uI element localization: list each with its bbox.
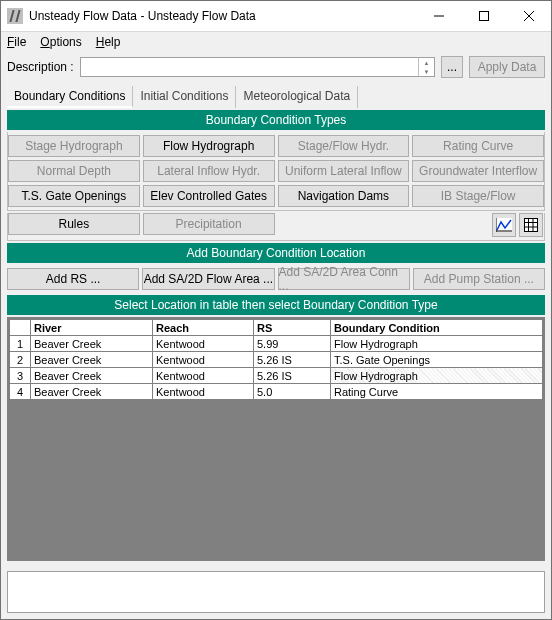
table-row[interactable]: 1Beaver CreekKentwood5.99Flow Hydrograph <box>10 336 543 352</box>
bc-type-button[interactable]: T.S. Gate Openings <box>8 185 140 207</box>
col-bc[interactable]: Boundary Condition <box>331 320 543 336</box>
location-table-wrap: River Reach RS Boundary Condition 1Beave… <box>7 317 545 561</box>
menubar: File Options Help <box>1 32 551 52</box>
bc-types-header: Boundary Condition Types <box>7 110 545 130</box>
menu-file[interactable]: File <box>7 35 26 49</box>
cell-reach[interactable]: Kentwood <box>153 384 254 400</box>
tab-content: Boundary Condition Types Stage Hydrograp… <box>1 108 551 567</box>
row-index: 3 <box>10 368 31 384</box>
cell-river[interactable]: Beaver Creek <box>31 336 153 352</box>
tab-meteorological-data[interactable]: Meteorological Data <box>236 86 358 108</box>
location-table[interactable]: River Reach RS Boundary Condition 1Beave… <box>9 319 543 400</box>
description-label: Description : <box>7 60 74 74</box>
col-index <box>10 320 31 336</box>
table-section-header: Select Location in table then select Bou… <box>7 295 545 315</box>
bc-type-button[interactable]: Normal Depth <box>8 160 140 182</box>
bc-type-button[interactable]: Navigation Dams <box>278 185 410 207</box>
bc-type-button[interactable]: Stage Hydrograph <box>8 135 140 157</box>
close-button[interactable] <box>506 2 551 31</box>
row-index: 4 <box>10 384 31 400</box>
add-sa2d-conn-button[interactable]: Add SA/2D Area Conn ... <box>278 268 410 290</box>
add-pump-button[interactable]: Add Pump Station ... <box>413 268 545 290</box>
cell-rs[interactable]: 5.26 IS <box>254 368 331 384</box>
cell-bc[interactable]: Flow Hydrograph <box>331 336 543 352</box>
main-window: Unsteady Flow Data - Unsteady Flow Data … <box>0 0 552 620</box>
bc-type-button[interactable]: Stage/Flow Hydr. <box>278 135 410 157</box>
cell-rs[interactable]: 5.26 IS <box>254 352 331 368</box>
bc-types-grid: Stage HydrographFlow HydrographStage/Flo… <box>7 132 545 211</box>
tabstrip: Boundary Conditions Initial Conditions M… <box>1 82 551 108</box>
add-bc-header: Add Boundary Condition Location <box>7 243 545 263</box>
svg-rect-1 <box>479 12 488 21</box>
svg-rect-4 <box>496 218 512 232</box>
bc-type-button[interactable]: Flow Hydrograph <box>143 135 275 157</box>
table-row[interactable]: 3Beaver CreekKentwood5.26 ISFlow Hydrogr… <box>10 368 543 384</box>
menu-help[interactable]: Help <box>96 35 121 49</box>
add-bc-row: Add RS ... Add SA/2D Flow Area ... Add S… <box>7 265 545 293</box>
cell-rs[interactable]: 5.99 <box>254 336 331 352</box>
table-icon-button[interactable] <box>519 213 543 237</box>
bc-type-button[interactable]: Lateral Inflow Hydr. <box>143 160 275 182</box>
bc-type-button[interactable]: Groundwater Interflow <box>412 160 544 182</box>
cell-reach[interactable]: Kentwood <box>153 352 254 368</box>
table-row[interactable]: 4Beaver CreekKentwood5.0Rating Curve <box>10 384 543 400</box>
bc-last-row: Rules Precipitation <box>7 213 545 241</box>
col-rs[interactable]: RS <box>254 320 331 336</box>
cell-rs[interactable]: 5.0 <box>254 384 331 400</box>
bc-type-button[interactable]: IB Stage/Flow <box>412 185 544 207</box>
description-input[interactable]: ▲▼ <box>80 57 435 77</box>
cell-reach[interactable]: Kentwood <box>153 368 254 384</box>
cell-river[interactable]: Beaver Creek <box>31 352 153 368</box>
table-row[interactable]: 2Beaver CreekKentwood5.26 IST.S. Gate Op… <box>10 352 543 368</box>
cell-bc[interactable]: Rating Curve <box>331 384 543 400</box>
app-icon <box>7 8 23 24</box>
window-title: Unsteady Flow Data - Unsteady Flow Data <box>29 9 416 23</box>
row-index: 2 <box>10 352 31 368</box>
precipitation-button[interactable]: Precipitation <box>143 213 275 235</box>
maximize-button[interactable] <box>461 2 506 31</box>
status-area <box>7 571 545 613</box>
bc-type-button[interactable]: Rating Curve <box>412 135 544 157</box>
description-browse-button[interactable]: ... <box>441 56 463 78</box>
cell-reach[interactable]: Kentwood <box>153 336 254 352</box>
description-row: Description : ▲▼ ... Apply Data <box>1 52 551 82</box>
description-spinner[interactable]: ▲▼ <box>418 58 434 76</box>
bc-type-button[interactable]: Elev Controlled Gates <box>143 185 275 207</box>
menu-options[interactable]: Options <box>40 35 81 49</box>
apply-data-button[interactable]: Apply Data <box>469 56 545 78</box>
row-index: 1 <box>10 336 31 352</box>
col-river[interactable]: River <box>31 320 153 336</box>
titlebar[interactable]: Unsteady Flow Data - Unsteady Flow Data <box>1 1 551 32</box>
tab-initial-conditions[interactable]: Initial Conditions <box>133 86 236 108</box>
tab-boundary-conditions[interactable]: Boundary Conditions <box>7 86 133 108</box>
cell-river[interactable]: Beaver Creek <box>31 384 153 400</box>
bc-type-button[interactable]: Uniform Lateral Inflow <box>278 160 410 182</box>
rules-button[interactable]: Rules <box>8 213 140 235</box>
plot-icon-button[interactable] <box>492 213 516 237</box>
cell-river[interactable]: Beaver Creek <box>31 368 153 384</box>
cell-bc[interactable]: Flow Hydrograph <box>331 368 543 384</box>
add-sa2d-button[interactable]: Add SA/2D Flow Area ... <box>142 268 274 290</box>
col-reach[interactable]: Reach <box>153 320 254 336</box>
cell-bc[interactable]: T.S. Gate Openings <box>331 352 543 368</box>
add-rs-button[interactable]: Add RS ... <box>7 268 139 290</box>
minimize-button[interactable] <box>416 2 461 31</box>
svg-rect-7 <box>525 219 538 232</box>
